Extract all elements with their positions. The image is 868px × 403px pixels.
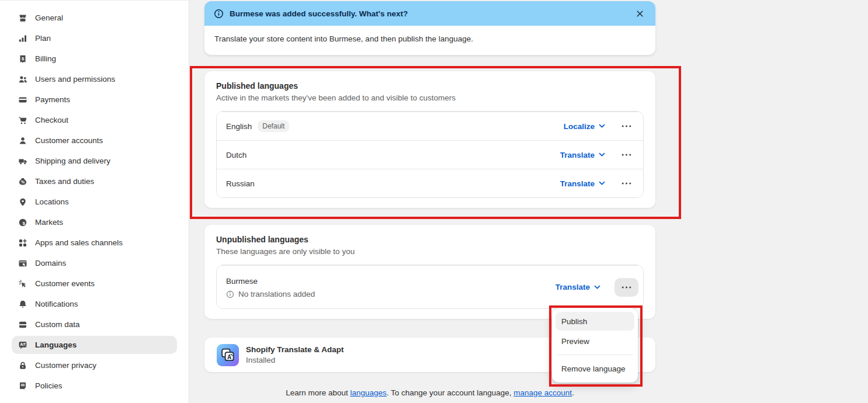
sidebar-item[interactable]: Policies: [12, 377, 177, 395]
language-action-button[interactable]: Localize: [564, 122, 605, 131]
users-icon: [18, 74, 27, 84]
more-actions-button[interactable]: [619, 150, 634, 159]
unpublished-languages-list: Burmese No translations added Translate: [216, 265, 644, 309]
no-translations-note: No translations added: [238, 290, 315, 298]
unpublished-languages-title: Unpublished languages: [216, 235, 644, 244]
sidebar-item-label: Checkout: [35, 116, 68, 124]
sidebar-item[interactable]: Shipping and delivery: [12, 152, 177, 170]
sidebar-item-label: Locations: [35, 197, 69, 206]
page-footer: Learn more about languages. To change yo…: [204, 388, 655, 397]
sidebar-item-label: Customer accounts: [35, 136, 103, 145]
language-actions-menu: Publish Preview Remove language: [552, 308, 638, 383]
translate-adapt-app-icon: A: [217, 344, 239, 366]
info-icon: [214, 9, 224, 19]
tax-icon: %: [18, 176, 27, 186]
unpublished-languages-card: Unpublished languages These languages ar…: [204, 225, 655, 319]
manage-account-link[interactable]: manage account: [513, 388, 572, 397]
language-row: Dutch Translate: [217, 140, 643, 169]
language-name: Dutch: [226, 151, 246, 159]
success-banner: Burmese was added successfully. What's n…: [204, 1, 655, 55]
language-name: Burmese: [226, 277, 258, 286]
policies-icon: [18, 381, 27, 391]
published-languages-subtitle: Active in the markets they've been added…: [216, 93, 644, 102]
translate-icon: A: [18, 340, 27, 350]
unpublished-languages-subtitle: These languages are only visible to you: [216, 247, 644, 256]
ellipsis-icon: [622, 125, 631, 127]
sidebar-item-label: Customer privacy: [35, 361, 96, 370]
truck-icon: [18, 156, 27, 166]
language-action-button[interactable]: Translate: [560, 151, 605, 159]
sidebar-item[interactable]: $ Markets: [12, 213, 177, 231]
sidebar-item-label: Domains: [35, 259, 66, 267]
sidebar-item[interactable]: $ Billing: [12, 50, 177, 68]
plan-icon: [18, 33, 27, 43]
sidebar-item[interactable]: Users and permissions: [12, 70, 177, 88]
published-languages-title: Published languages: [216, 81, 644, 91]
person-icon: [18, 136, 27, 145]
menu-item[interactable]: Remove language: [555, 359, 634, 378]
more-actions-button[interactable]: [619, 121, 634, 131]
chevron-down-icon: [594, 285, 600, 290]
apps-grid-icon: [18, 238, 27, 248]
sidebar-item[interactable]: Locations: [12, 193, 177, 211]
checkout-icon: [18, 115, 27, 125]
sidebar-item-label: Shipping and delivery: [35, 157, 110, 165]
language-action-button[interactable]: Translate: [555, 283, 600, 291]
sidebar-item-label: Custom data: [35, 320, 80, 329]
app-title: Shopify Translate & Adapt: [246, 345, 344, 354]
sidebar-item[interactable]: Apps and sales channels: [12, 234, 177, 252]
language-row: English Default Localize: [217, 112, 643, 140]
chevron-down-icon: [599, 152, 605, 157]
chevron-down-icon: [599, 124, 605, 128]
language-name: English: [226, 122, 252, 131]
menu-divider: [557, 355, 633, 355]
payments-icon: [18, 95, 27, 105]
language-row: Burmese No translations added Translate: [217, 265, 643, 308]
sidebar-item-label: Apps and sales channels: [35, 238, 123, 247]
published-languages-card: Published languages Active in the market…: [204, 71, 655, 208]
sidebar-item[interactable]: A Languages: [12, 336, 177, 354]
banner-title: Burmese was added successfully. What's n…: [230, 9, 408, 18]
sidebar-item[interactable]: % Taxes and duties: [12, 172, 177, 190]
sidebar-item[interactable]: Customer accounts: [12, 131, 177, 150]
chevron-down-icon: [599, 181, 605, 186]
sidebar-item[interactable]: Payments: [12, 91, 177, 109]
close-icon[interactable]: [633, 7, 646, 20]
sidebar-item-label: Plan: [35, 34, 51, 43]
language-name: Russian: [226, 179, 255, 188]
more-actions-button[interactable]: [614, 278, 638, 297]
sidebar-item-label: Notifications: [35, 300, 78, 308]
svg-text:A: A: [227, 353, 231, 360]
ellipsis-icon: [622, 182, 631, 185]
ellipsis-icon: [622, 154, 631, 156]
app-status: Installed: [246, 356, 344, 364]
more-actions-button[interactable]: [619, 179, 634, 188]
menu-item[interactable]: Publish: [555, 312, 634, 331]
sidebar-item[interactable]: Checkout: [12, 111, 177, 129]
sidebar-item[interactable]: General: [12, 9, 177, 27]
svg-text:%: %: [20, 180, 25, 184]
sidebar-item-label: Markets: [35, 218, 63, 227]
settings-sidebar: General Plan $ Billing Users and permiss…: [0, 0, 189, 403]
sidebar-item[interactable]: Customer privacy: [12, 356, 177, 374]
billing-icon: $: [18, 54, 27, 64]
sidebar-item[interactable]: Custom data: [12, 315, 177, 333]
lock-icon: [18, 360, 27, 370]
menu-item[interactable]: Preview: [555, 332, 634, 350]
languages-help-link[interactable]: languages: [350, 388, 387, 397]
banner-body: Translate your store content into Burmes…: [204, 26, 655, 55]
cursor-click-icon: [18, 279, 27, 289]
sidebar-item-label: Taxes and duties: [35, 177, 94, 186]
info-icon: [226, 290, 234, 298]
location-pin-icon: [18, 197, 27, 207]
sidebar-item[interactable]: Notifications: [12, 295, 177, 313]
sidebar-item[interactable]: Plan: [12, 29, 177, 47]
sidebar-item[interactable]: Customer events: [12, 275, 177, 293]
language-action-button[interactable]: Translate: [560, 179, 605, 188]
sidebar-item[interactable]: Domains: [12, 254, 177, 272]
default-badge: Default: [258, 120, 289, 132]
sidebar-item-label: Users and permissions: [35, 75, 115, 84]
globe-dollar-icon: $: [18, 217, 27, 227]
languages-settings-page: Burmese was added successfully. What's n…: [189, 0, 868, 403]
sidebar-item-label: Policies: [35, 381, 63, 390]
